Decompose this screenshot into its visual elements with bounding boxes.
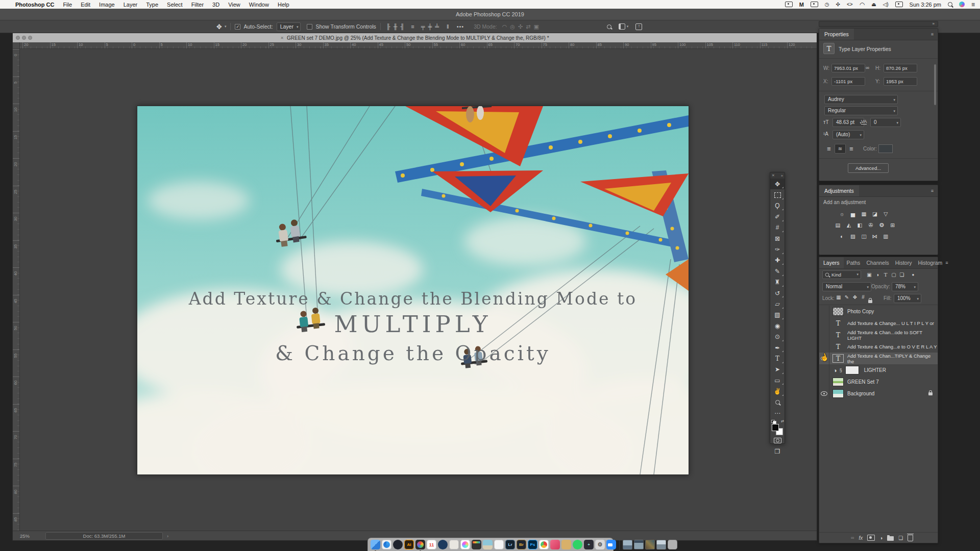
align-right-edges-icon[interactable]: ╢ [400, 23, 404, 30]
x-field[interactable]: -1101 px [831, 77, 865, 86]
brightness-contrast-icon[interactable]: ☼ [838, 211, 846, 217]
volume-icon[interactable]: ◁) [883, 2, 889, 7]
advanced-button[interactable]: Advanced... [848, 163, 889, 173]
lock-transparent-pixels-icon[interactable]: ▦ [835, 294, 843, 300]
height-field[interactable]: 870.26 px [884, 64, 917, 72]
dock-preview-icon[interactable] [483, 540, 493, 549]
tools-panel-header[interactable]: ✕ » [770, 172, 785, 179]
visibility-toggle[interactable] [819, 341, 829, 353]
properties-panel-menu-icon[interactable]: ≡ [931, 32, 934, 37]
add-layer-mask-icon[interactable] [867, 535, 875, 541]
hand-tool[interactable]: ✌ [770, 386, 785, 396]
align-text-left-button[interactable]: ≣ [823, 144, 835, 154]
color-balance-icon[interactable]: ◭ [844, 222, 853, 228]
adjustment-thumbnail[interactable] [845, 366, 859, 374]
layer-thumbnail[interactable] [832, 378, 844, 386]
edit-toolbar-icon[interactable]: ⋯ [770, 408, 785, 418]
malwarebytes-icon[interactable]: M [799, 2, 804, 8]
align-left-edges-icon[interactable]: ╟ [386, 23, 390, 30]
clone-stamp-tool[interactable]: ♜ [770, 277, 785, 288]
threshold-icon[interactable]: ◫ [860, 233, 868, 239]
menu-3d[interactable]: 3D [212, 2, 219, 8]
layers-panel-menu-icon[interactable]: ≡ [945, 260, 948, 265]
input-source-icon[interactable] [895, 2, 903, 7]
font-size-dropdown[interactable]: 48.63 pt▾ [832, 118, 864, 127]
rectangle-tool[interactable]: ▭ [770, 375, 785, 386]
dodge-tool[interactable]: ⊙ [770, 331, 785, 342]
dock-music-icon[interactable] [393, 540, 403, 549]
history-brush-tool[interactable]: ↺ [770, 288, 785, 298]
dock-chrome-icon[interactable] [539, 540, 549, 549]
link-layers-icon[interactable]: ∞ [851, 535, 854, 540]
layer-name[interactable]: Add Texture & Chang...e to O V E R L A Y [847, 344, 937, 349]
y-field[interactable]: 1953 px [884, 77, 917, 86]
layer-name[interactable]: Add Texture & Chan...TIPLY & Change the [847, 353, 938, 364]
tool-preset-chevron-icon[interactable]: ▾ [225, 24, 227, 29]
menu-filter[interactable]: Filter [191, 2, 204, 8]
layer-name[interactable]: Add Texture & Chan...ode to SOFT LIGHT [847, 330, 938, 341]
siri-icon[interactable] [959, 2, 965, 7]
eraser-tool[interactable]: ▱ [770, 298, 785, 309]
align-horizontal-centers-icon[interactable]: ╫ [394, 23, 398, 30]
layer-thumbnail[interactable] [832, 307, 844, 316]
dock-safari-icon[interactable] [382, 540, 391, 549]
visibility-toggle[interactable] [819, 364, 829, 376]
new-adjustment-layer-icon[interactable]: ◑ [879, 535, 883, 541]
width-field[interactable]: 7953.01 px [831, 64, 865, 72]
code-brackets-icon[interactable]: <> [847, 2, 853, 7]
align-bottom-edges-icon[interactable]: ╧ [435, 23, 439, 30]
pen-tool[interactable]: ✒ [770, 342, 785, 353]
dock-finder-icon[interactable] [371, 540, 380, 549]
visibility-toggle[interactable] [819, 317, 829, 329]
visibility-toggle[interactable] [819, 388, 829, 399]
align-top-edges-icon[interactable]: ╤ [421, 23, 425, 30]
gradient-map-icon[interactable]: ⋈ [870, 233, 879, 239]
brush-tool[interactable]: ✎ [770, 266, 785, 277]
dock-pink-app-icon[interactable] [550, 540, 560, 549]
align-text-center-button[interactable]: ≋ [835, 144, 846, 154]
type-tool[interactable]: T [770, 353, 785, 364]
background-lock-icon[interactable] [928, 391, 933, 396]
filter-smart-objects-icon[interactable]: ❏ [898, 272, 906, 278]
lasso-tool[interactable]: Ϙ [770, 201, 785, 211]
blur-tool[interactable]: ◉ [770, 320, 785, 331]
posterize-icon[interactable]: ▨ [848, 233, 857, 239]
move-tool[interactable]: ✥ [770, 179, 785, 189]
path-selection-tool[interactable]: ➤ [770, 364, 785, 375]
eye-icon[interactable] [821, 391, 827, 396]
screen-mode-button[interactable]: ❐ [770, 446, 785, 457]
filter-type-layers-icon[interactable]: T [881, 272, 890, 278]
layer-style-fx-icon[interactable]: fx [859, 535, 863, 541]
spotlight-search-icon[interactable] [948, 2, 952, 7]
opacity-dropdown[interactable]: 78%▾ [892, 282, 918, 291]
levels-icon[interactable]: ▅ [848, 211, 857, 217]
filter-pixel-layers-icon[interactable]: ▣ [865, 272, 873, 278]
share-icon[interactable]: ↑ [635, 23, 642, 30]
type-layer-thumbnail[interactable]: T [832, 342, 844, 351]
tab-layers[interactable]: Layers [819, 257, 844, 268]
menu-clock[interactable]: Sun 3:26 pm [910, 2, 941, 8]
dock-minimized-window-4[interactable] [656, 540, 666, 549]
menu-image[interactable]: Image [99, 2, 115, 8]
layer-row-text-ultiply[interactable]: T Add Texture & Change... U L T I P L Y … [819, 317, 938, 329]
properties-scrollbar[interactable] [934, 64, 936, 105]
menu-help[interactable]: Help [278, 2, 289, 8]
crop-tool[interactable]: # [770, 222, 785, 233]
dock-trash-icon[interactable] [668, 540, 677, 549]
color-lookup-icon[interactable]: ⊞ [888, 222, 897, 228]
dock-notes-icon[interactable] [449, 540, 459, 549]
leading-dropdown[interactable]: (Auto)▾ [832, 130, 864, 139]
zoom-tool[interactable] [770, 397, 785, 408]
delete-layer-icon[interactable] [908, 535, 913, 541]
panel-collapse-bar[interactable]: » [819, 21, 938, 27]
selective-color-icon[interactable]: ▥ [881, 233, 890, 239]
dock-minimized-window-1[interactable] [623, 540, 632, 549]
tracking-dropdown[interactable]: 0▾ [870, 118, 901, 127]
new-group-icon[interactable] [887, 536, 894, 541]
visibility-toggle[interactable] [819, 329, 829, 341]
lock-artboard-icon[interactable]: # [859, 294, 867, 300]
display-icon[interactable] [811, 2, 818, 7]
tab-close-icon[interactable]: ✕ [280, 36, 284, 40]
visibility-toggle[interactable] [819, 376, 829, 388]
tab-properties[interactable]: Properties [819, 29, 854, 40]
